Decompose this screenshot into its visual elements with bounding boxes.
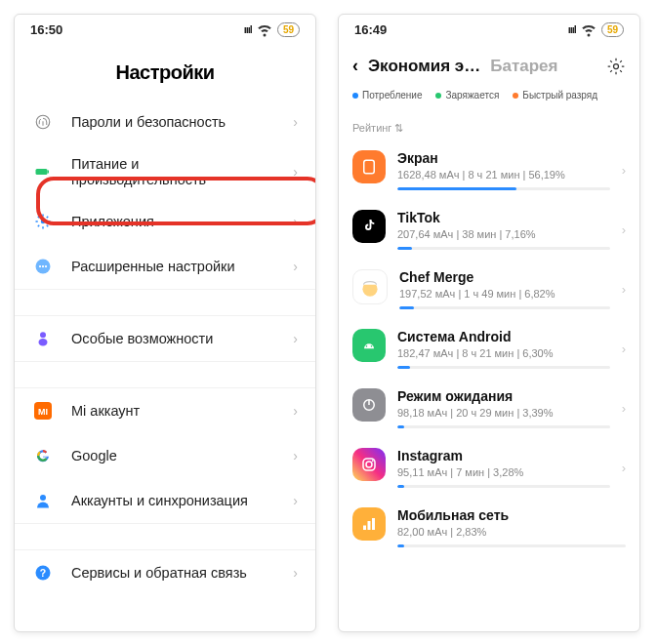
fingerprint-icon <box>32 111 54 133</box>
row-passwords[interactable]: Пароли и безопасность › <box>15 100 315 144</box>
app-sub: 207,64 мАч | 38 мин | 7,16% <box>397 228 610 240</box>
app-name: Система Android <box>397 329 610 344</box>
row-label: Расширенные настройки <box>71 259 275 274</box>
row-apps[interactable]: Приложения › <box>15 199 315 244</box>
row-special[interactable]: Особые возможности › <box>15 316 315 361</box>
app-name: Мобильная сеть <box>397 507 626 523</box>
tiktok-icon <box>352 210 386 243</box>
usage-bar <box>397 366 610 369</box>
wifi-icon <box>580 20 597 38</box>
usage-bar <box>399 306 610 309</box>
status-bar: 16:49 ıııl 59 <box>339 15 639 40</box>
help-icon: ? <box>32 562 54 584</box>
chevron-right-icon: › <box>293 331 298 346</box>
battery-icon: 59 <box>277 22 300 37</box>
svg-text:?: ? <box>40 567 46 579</box>
chevron-right-icon: › <box>622 401 626 416</box>
mobile-net-icon <box>352 507 386 541</box>
svg-point-8 <box>40 332 46 338</box>
usage-bar <box>397 187 610 190</box>
app-row-tiktok[interactable]: TikTok 207,64 мАч | 38 мин | 7,16% › <box>339 200 639 260</box>
row-label: Google <box>71 448 275 463</box>
svg-point-6 <box>42 265 44 267</box>
chevron-right-icon: › <box>622 163 626 178</box>
app-sub: 197,52 мАч | 1 ч 49 мин | 6,82% <box>399 288 610 300</box>
status-bar: 16:50 ıııl 59 <box>15 15 315 40</box>
chevron-right-icon: › <box>622 342 626 356</box>
android-icon <box>352 329 386 362</box>
tab-saving[interactable]: Экономия э… <box>368 57 480 76</box>
rating-sort[interactable]: Рейтинг ⇅ <box>339 118 639 141</box>
chevron-right-icon: › <box>293 259 298 274</box>
section-divider <box>15 523 315 550</box>
svg-point-12 <box>40 495 46 501</box>
signal-icon: ıııl <box>244 23 252 35</box>
svg-point-23 <box>366 462 372 467</box>
row-mi-account[interactable]: MI Mi аккаунт hidden › <box>15 388 315 433</box>
chevron-right-icon: › <box>293 448 298 463</box>
chefmerge-icon <box>352 269 388 304</box>
status-icons: ıııl 59 <box>244 20 300 38</box>
settings-gear-button[interactable] <box>606 57 626 76</box>
app-row-mobile[interactable]: Мобильная сеть 82,00 мАч | 2,83% <box>339 498 639 557</box>
battery-icon <box>32 161 54 182</box>
tab-battery[interactable]: Батарея <box>490 57 557 76</box>
back-button[interactable]: ‹ <box>352 56 358 76</box>
app-sub: 95,11 мАч | 7 мин | 3,28% <box>397 466 610 478</box>
chevron-right-icon: › <box>293 114 298 130</box>
legend-charging: Заряжается <box>435 90 499 101</box>
svg-point-7 <box>45 265 47 267</box>
chevron-right-icon: › <box>293 214 298 229</box>
app-row-android[interactable]: Система Android 182,47 мАч | 8 ч 21 мин … <box>339 319 639 379</box>
header: ‹ Экономия э… Батарея <box>339 40 639 88</box>
settings-screen: 16:50 ıııl 59 Настройки Пароли и безопас… <box>14 14 316 632</box>
row-label: Сервисы и обратная связь <box>71 565 275 581</box>
row-label: Особые возможности <box>71 331 275 346</box>
chevron-right-icon: › <box>293 403 298 419</box>
row-accounts[interactable]: Аккаунты и синхронизация › <box>15 478 315 523</box>
app-name: Режим ожидания <box>397 388 610 404</box>
svg-point-19 <box>371 345 373 347</box>
app-sub: 1628,48 мАч | 8 ч 21 мин | 56,19% <box>397 169 610 181</box>
section-divider <box>15 361 315 388</box>
usage-bar <box>397 425 610 428</box>
app-row-instagram[interactable]: Instagram 95,11 мАч | 7 мин | 3,28% › <box>339 438 639 498</box>
instagram-icon <box>352 448 386 481</box>
power-icon <box>352 388 386 422</box>
svg-point-24 <box>372 460 374 462</box>
settings-list: Пароли и безопасность › Питание и произв… <box>15 100 315 595</box>
usage-bar <box>397 544 626 547</box>
app-row-standby[interactable]: Режим ожидания 98,18 мАч | 20 ч 29 мин |… <box>339 379 639 438</box>
svg-rect-16 <box>364 160 375 174</box>
accessibility-icon <box>32 328 54 349</box>
screen-icon <box>352 150 386 183</box>
battery-screen: 16:49 ıııl 59 ‹ Экономия э… Батарея Потр… <box>338 14 640 632</box>
signal-icon: ıııl <box>568 23 576 35</box>
app-row-screen[interactable]: Экран 1628,48 мАч | 8 ч 21 мин | 56,19% … <box>339 141 639 200</box>
status-time: 16:49 <box>354 22 387 37</box>
app-usage-list: Экран 1628,48 мАч | 8 ч 21 мин | 56,19% … <box>339 141 639 557</box>
app-name: Chef Merge <box>399 269 610 285</box>
row-google[interactable]: Google › <box>15 433 315 478</box>
chevron-right-icon: › <box>293 493 298 508</box>
svg-text:MI: MI <box>38 407 48 417</box>
chevron-right-icon: › <box>622 222 626 237</box>
page-title: Настройки <box>15 40 315 100</box>
app-row-chef[interactable]: Chef Merge 197,52 мАч | 1 ч 49 мин | 6,8… <box>339 260 639 319</box>
svg-rect-1 <box>36 169 48 175</box>
person-icon <box>32 490 54 511</box>
svg-point-5 <box>39 265 41 267</box>
row-advanced[interactable]: Расширенные настройки › <box>15 244 315 289</box>
app-name: Экран <box>397 150 610 166</box>
svg-point-15 <box>614 63 619 68</box>
svg-point-9 <box>39 339 48 346</box>
usage-bar <box>397 247 610 250</box>
row-services[interactable]: ? Сервисы и обратная связь › <box>15 550 315 595</box>
legend-fastdrain: Быстрый разряд <box>513 90 597 101</box>
row-label: Приложения <box>71 214 275 229</box>
mi-icon: MI <box>32 400 54 422</box>
chevron-right-icon: › <box>622 461 626 475</box>
wifi-icon <box>256 20 273 38</box>
app-sub: 98,18 мАч | 20 ч 29 мин | 3,39% <box>397 407 610 419</box>
row-power[interactable]: Питание и производительность › <box>15 144 315 199</box>
